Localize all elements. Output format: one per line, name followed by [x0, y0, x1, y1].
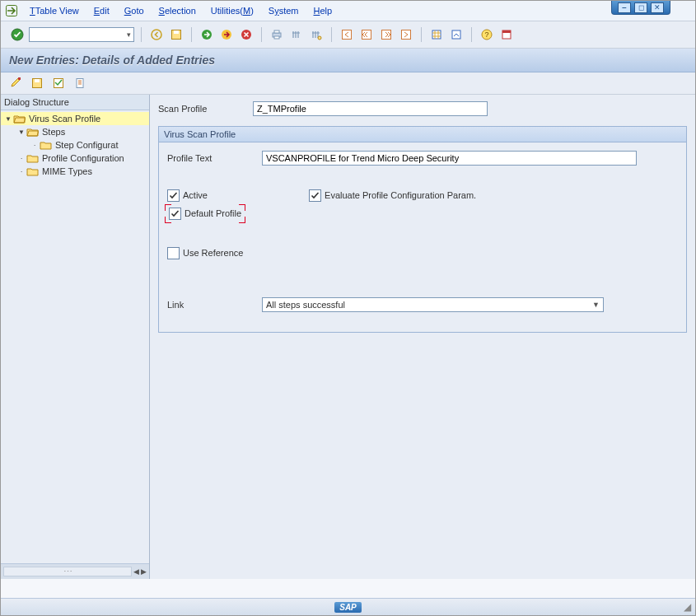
tree-node[interactable]: ·Step Configurat — [1, 138, 149, 152]
folder-closed-icon — [26, 166, 39, 177]
status-bar: SAP ◢ — [1, 598, 695, 615]
print-icon[interactable] — [269, 26, 285, 43]
resize-grip-icon[interactable]: ◢ — [684, 601, 691, 613]
svg-rect-24 — [35, 79, 40, 82]
expand-icon[interactable]: ▼ — [4, 115, 12, 123]
eval-param-checkbox[interactable] — [309, 189, 321, 202]
save-icon[interactable] — [168, 26, 185, 43]
menu-table-view[interactable]: TTable ViewTable View — [22, 1, 86, 21]
menu-help[interactable]: Help — [306, 1, 339, 21]
sidebar-scrollbar[interactable]: ⋯ ◀ ▶ — [1, 563, 149, 579]
menu-goto[interactable]: Goto — [117, 1, 152, 21]
default-profile-label: Default Profile — [185, 208, 241, 218]
svg-rect-4 — [174, 30, 179, 34]
svg-rect-12 — [343, 30, 352, 40]
menu-selection[interactable]: Selection — [152, 1, 203, 21]
svg-rect-26 — [77, 79, 83, 88]
command-field[interactable]: ▾ — [29, 27, 134, 42]
svg-rect-16 — [432, 30, 441, 39]
svg-point-11 — [318, 36, 321, 40]
folder-open-icon — [26, 126, 39, 138]
save-as-icon[interactable] — [50, 75, 67, 91]
chevron-down-icon: ▼ — [592, 301, 600, 309]
window-controls: ‒ ◻ ✕ — [611, 1, 670, 15]
scroll-track[interactable]: ⋯ — [3, 567, 132, 576]
expand-icon[interactable]: · — [30, 142, 39, 149]
app-toolbar: ▾ ? — [1, 21, 695, 49]
group-title: Virus Scan Profile — [159, 127, 686, 142]
tree-node-label: Profile Configuration — [41, 153, 124, 163]
svg-rect-21 — [502, 30, 511, 33]
menu-system[interactable]: System — [261, 1, 306, 21]
action-bar — [1, 72, 695, 95]
svg-rect-9 — [274, 30, 279, 33]
menu-icon[interactable] — [4, 3, 19, 18]
find-icon[interactable] — [288, 26, 305, 43]
expand-icon[interactable]: ▼ — [17, 128, 26, 136]
profile-text-label: Profile Text — [167, 153, 262, 163]
menu-bar: TTable ViewTable View Edit Goto Selectio… — [1, 1, 695, 21]
stop-icon[interactable] — [238, 26, 255, 43]
help-icon[interactable]: ? — [479, 26, 495, 43]
menu-edit[interactable]: Edit — [86, 1, 117, 21]
restore-button[interactable]: ◻ — [634, 2, 647, 13]
use-reference-checkbox[interactable] — [167, 247, 180, 259]
link-value: All steps successful — [266, 300, 345, 310]
page-last-icon[interactable] — [398, 26, 414, 43]
svg-point-2 — [152, 30, 161, 40]
page-next-icon[interactable] — [378, 26, 395, 43]
tree-node-label: Steps — [41, 127, 65, 137]
sap-logo: SAP — [334, 602, 362, 613]
expand-icon[interactable]: · — [17, 155, 26, 162]
ok-icon[interactable] — [9, 26, 26, 43]
svg-rect-14 — [382, 30, 391, 40]
virus-scan-profile-group: Virus Scan Profile Profile Text Active — [158, 126, 687, 333]
active-checkbox[interactable] — [167, 189, 180, 202]
sidebar-heading: Dialog Structure — [1, 95, 149, 110]
close-button[interactable]: ✕ — [651, 2, 664, 13]
change-icon[interactable] — [7, 75, 24, 91]
exit-icon[interactable] — [199, 26, 215, 43]
back-icon[interactable] — [148, 26, 165, 43]
use-reference-label: Use Reference — [183, 248, 243, 258]
cancel-icon[interactable] — [218, 26, 235, 43]
page-prev-icon[interactable] — [358, 26, 375, 43]
new-session-icon[interactable] — [428, 26, 445, 43]
link-label: Link — [167, 300, 262, 310]
save2-icon[interactable] — [29, 75, 45, 91]
shortcut-icon[interactable] — [448, 26, 465, 43]
content: Scan Profile Virus Scan Profile Profile … — [150, 95, 695, 579]
scan-profile-label: Scan Profile — [158, 104, 253, 114]
eval-param-label: Evaluate Profile Configuration Param. — [325, 190, 476, 200]
tree-node-label: Step Configurat — [54, 140, 118, 150]
folder-closed-icon — [26, 152, 39, 164]
folder-closed-icon — [39, 139, 52, 151]
page-first-icon[interactable] — [339, 26, 355, 43]
title-bar: New Entries: Details of Added Entries — [1, 49, 695, 72]
tree-node-label: MIME Types — [41, 166, 92, 176]
dialog-structure-tree[interactable]: ▼Virus Scan Profile▼Steps·Step Configura… — [1, 110, 149, 563]
copy-icon[interactable] — [72, 75, 88, 91]
svg-rect-17 — [452, 30, 460, 39]
svg-rect-22 — [18, 77, 21, 80]
menu-utilities[interactable]: Utilities(M) — [203, 1, 261, 21]
tree-node[interactable]: ▼Virus Scan Profile — [1, 112, 149, 125]
tree-node[interactable]: ▼Steps — [1, 125, 149, 138]
layout-icon[interactable] — [498, 26, 515, 43]
body: Dialog Structure ▼Virus Scan Profile▼Ste… — [1, 95, 695, 579]
scroll-left-icon[interactable]: ◀ — [133, 567, 139, 576]
minimize-button[interactable]: ‒ — [618, 2, 631, 13]
link-select[interactable]: All steps successful ▼ — [262, 297, 604, 312]
folder-open-icon — [12, 113, 26, 124]
find-next-icon[interactable] — [308, 26, 325, 43]
profile-text-input[interactable] — [262, 151, 637, 166]
tree-node[interactable]: ·MIME Types — [1, 165, 149, 178]
page-title: New Entries: Details of Added Entries — [9, 54, 215, 67]
tree-node-label: Virus Scan Profile — [28, 114, 100, 124]
expand-icon[interactable]: · — [17, 168, 26, 175]
tree-node[interactable]: ·Profile Configuration — [1, 152, 149, 165]
svg-rect-10 — [274, 36, 279, 39]
sidebar: Dialog Structure ▼Virus Scan Profile▼Ste… — [1, 95, 150, 579]
scan-profile-input[interactable] — [253, 101, 488, 116]
scroll-right-icon[interactable]: ▶ — [141, 567, 147, 576]
